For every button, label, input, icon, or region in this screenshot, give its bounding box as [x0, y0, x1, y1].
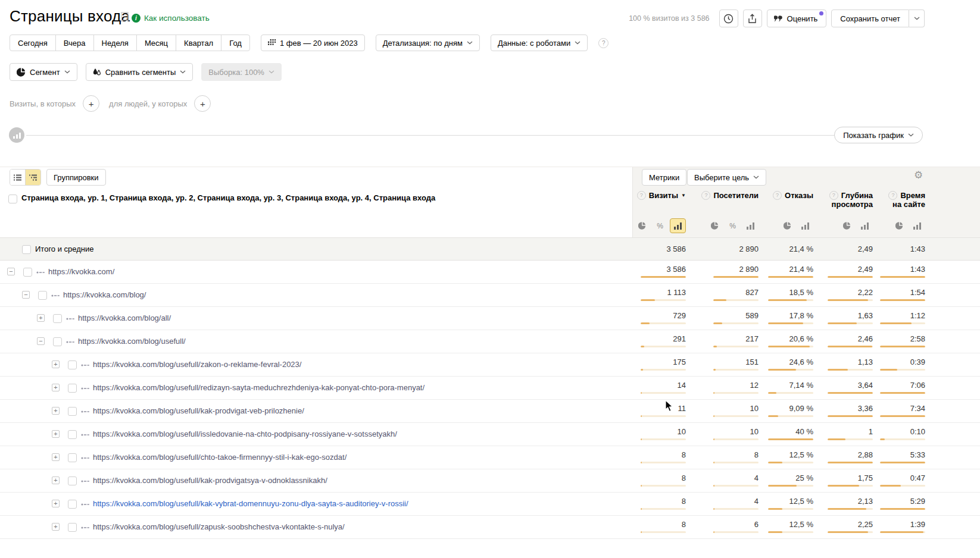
- row-checkbox[interactable]: [68, 360, 77, 369]
- how-to-use[interactable]: i Как использовать: [132, 14, 210, 23]
- period-tab-4[interactable]: Месяц: [136, 35, 176, 51]
- save-report-button[interactable]: Сохранить отчет: [831, 10, 909, 27]
- entry-page-url[interactable]: https://kvokka.com/blog/usefull/: [78, 330, 186, 353]
- add-people-condition-button[interactable]: +: [194, 95, 211, 112]
- row-checkbox[interactable]: [68, 477, 77, 485]
- column-header-5[interactable]: ?Времяна сайте: [848, 191, 925, 209]
- row-checkbox[interactable]: [22, 245, 31, 254]
- expand-row-button[interactable]: +: [52, 523, 60, 531]
- metric-value: 291: [614, 330, 686, 353]
- show-chart-button[interactable]: Показать график: [834, 127, 923, 143]
- history-button[interactable]: [719, 10, 738, 27]
- row-checkbox[interactable]: [68, 407, 77, 416]
- collapse-row-button[interactable]: −: [22, 291, 30, 299]
- entry-page-url[interactable]: https://kvokka.com/blog/usefull/zapusk-s…: [93, 516, 345, 538]
- entry-page-url[interactable]: https://kvokka.com/blog/all/: [78, 307, 171, 330]
- expand-row-button[interactable]: +: [52, 453, 60, 461]
- data-mode-dropdown[interactable]: Данные: с роботами: [491, 35, 588, 51]
- expand-row-button[interactable]: +: [52, 407, 60, 415]
- how-to-use-link[interactable]: Как использовать: [144, 14, 210, 23]
- save-report-menu-button[interactable]: [909, 10, 925, 27]
- entry-page-url[interactable]: https://kvokka.com/blog/: [63, 284, 146, 306]
- chart-collapsed-icon[interactable]: [9, 127, 24, 143]
- metric-number: 175: [614, 353, 686, 366]
- column-help-icon[interactable]: ?: [637, 191, 646, 200]
- column-label: Визиты: [649, 191, 678, 200]
- entry-page-url[interactable]: https://kvokka.com/blog/usefull/kak-vybr…: [93, 493, 408, 515]
- expand-row-button[interactable]: +: [52, 500, 60, 507]
- expand-row-button[interactable]: +: [52, 360, 60, 368]
- help-icon[interactable]: ?: [598, 38, 608, 48]
- metric-display-toggles: [848, 218, 925, 233]
- expand-row-button[interactable]: +: [37, 314, 45, 322]
- metric-bar: [880, 508, 925, 510]
- metric-value: 8: [614, 516, 686, 538]
- metric-bar: [641, 299, 686, 301]
- period-tab-5[interactable]: Квартал: [176, 35, 221, 51]
- row-checkbox[interactable]: [53, 314, 62, 323]
- groupings-button[interactable]: Группировки: [46, 169, 106, 186]
- row-checkbox[interactable]: [68, 384, 77, 393]
- row-checkbox[interactable]: [68, 453, 77, 462]
- entry-page-url[interactable]: https://kvokka.com/blog/usefull/redizayn…: [93, 377, 425, 399]
- metric-value: 14: [614, 377, 686, 399]
- row-checkbox[interactable]: [68, 430, 77, 439]
- expand-row-button[interactable]: +: [52, 477, 60, 484]
- compare-segments-dropdown[interactable]: Сравнить сегменты: [86, 63, 193, 81]
- row-checkbox[interactable]: [23, 268, 32, 277]
- save-report-label: Сохранить отчет: [840, 14, 900, 23]
- metric-bar: [880, 392, 925, 394]
- row-checkbox[interactable]: [68, 523, 77, 532]
- entry-page-url[interactable]: https://kvokka.com/blog/usefull/kak-prod…: [93, 469, 327, 492]
- export-button[interactable]: [743, 10, 762, 27]
- entry-page-url[interactable]: https://kvokka.com/blog/usefull/kak-prod…: [93, 400, 304, 422]
- collapse-row-button[interactable]: −: [7, 268, 15, 275]
- expand-row-button[interactable]: +: [52, 430, 60, 438]
- entry-page-url[interactable]: https://kvokka.com/blog/usefull/chto-tak…: [93, 446, 347, 469]
- row-checkbox[interactable]: [53, 337, 62, 346]
- settings-gear-icon[interactable]: ⚙: [914, 170, 923, 180]
- metric-toggle-pie-icon[interactable]: [707, 218, 723, 233]
- period-tab-3[interactable]: Неделя: [93, 35, 137, 51]
- table-row: −https://kvokka.com/blog/usefull/2912172…: [0, 330, 980, 353]
- collapse-row-button[interactable]: −: [37, 337, 45, 345]
- period-tab-1[interactable]: Сегодня: [10, 35, 56, 51]
- column-help-icon[interactable]: ?: [829, 191, 838, 200]
- segment-dropdown[interactable]: Сегмент: [10, 63, 77, 81]
- select-all-checkbox[interactable]: [8, 195, 17, 203]
- column-help-icon[interactable]: ?: [773, 191, 782, 200]
- detail-dropdown[interactable]: Детализация: по дням: [376, 35, 480, 51]
- chart-divider-line: [26, 135, 847, 136]
- metrics-button[interactable]: Метрики: [642, 169, 686, 186]
- sampling-dropdown[interactable]: Выборка: 100%: [201, 63, 282, 81]
- list-view-icon: [14, 174, 21, 181]
- entry-page-url[interactable]: https://kvokka.com/blog/usefull/zakon-o-…: [93, 353, 301, 376]
- period-tab-2[interactable]: Вчера: [55, 35, 94, 51]
- select-goal-dropdown[interactable]: Выберите цель: [687, 169, 766, 186]
- list-view-button[interactable]: [10, 170, 25, 185]
- date-range-button[interactable]: 1 фев — 20 июн 2023: [261, 35, 365, 51]
- metric-bar: [880, 438, 925, 440]
- metric-number: 1:54: [854, 284, 925, 297]
- bookmark-icon[interactable]: [121, 12, 129, 22]
- row-checkbox[interactable]: [68, 500, 77, 509]
- metric-toggle-pie-icon[interactable]: [891, 218, 907, 233]
- metric-toggle-bar-icon[interactable]: [909, 218, 925, 233]
- column-header-1[interactable]: ?Визиты▼: [608, 191, 686, 200]
- row-checkbox[interactable]: [38, 291, 47, 300]
- table-row: +https://kvokka.com/blog/usefull/issledo…: [0, 423, 980, 446]
- column-help-icon[interactable]: ?: [888, 191, 897, 200]
- period-tab-6[interactable]: Год: [221, 35, 250, 51]
- tree-view-button[interactable]: [25, 170, 40, 185]
- entry-page-url[interactable]: https://kvokka.com/blog/usefull/issledov…: [93, 423, 397, 446]
- metric-toggle-percent-icon[interactable]: %: [652, 218, 668, 233]
- entry-page-url[interactable]: https://kvokka.com/: [48, 261, 114, 283]
- tree-node-icon: [81, 479, 89, 484]
- metric-toggle-pie-icon[interactable]: [634, 218, 650, 233]
- metric-value: 0:39: [854, 353, 925, 376]
- metric-toggle-pie-icon[interactable]: [779, 218, 795, 233]
- column-help-icon[interactable]: ?: [701, 191, 710, 200]
- add-visit-condition-button[interactable]: +: [83, 95, 99, 112]
- expand-row-button[interactable]: +: [52, 384, 60, 391]
- rate-button[interactable]: Оценить: [767, 10, 827, 27]
